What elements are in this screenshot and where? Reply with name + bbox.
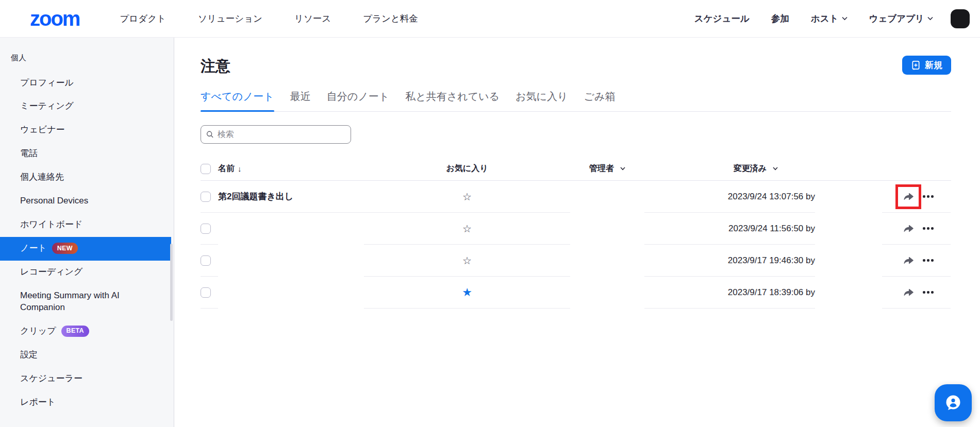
sidebar-item-label: 設定 (20, 350, 38, 360)
sidebar-scrollbar[interactable] (170, 244, 173, 321)
sidebar-item[interactable]: ウェビナー (0, 118, 171, 142)
new-note-button[interactable]: 新規 (902, 56, 951, 75)
sidebar-item-label: レポート (20, 397, 56, 407)
sidebar-item-label: スケジューラー (20, 373, 82, 383)
notes-tab[interactable]: 最近 (290, 90, 311, 111)
chevron-down-icon[interactable] (773, 167, 778, 170)
page-title: 注意 (201, 56, 951, 77)
more-options-button[interactable] (923, 291, 934, 294)
modified-timestamp: 2023/9/17 18:39:06 by (728, 287, 815, 298)
column-header-modified[interactable]: 変更済み (734, 163, 767, 174)
nav-menu-item[interactable]: プランと料金 (363, 12, 418, 25)
row-checkbox[interactable] (201, 287, 211, 298)
sidebar-item-badge: BETA (61, 326, 89, 337)
sidebar-items: プロフィール ミーティング ウェビナー 電話 個人連絡先 (0, 71, 174, 414)
column-header-name[interactable]: 名前 (218, 163, 235, 174)
contact-support-button[interactable] (935, 384, 972, 421)
sort-descending-icon[interactable]: ↓ (238, 164, 242, 173)
nav-action-label: スケジュール (694, 12, 750, 25)
nav-action-item[interactable]: スケジュール (694, 12, 750, 25)
row-checkbox[interactable] (201, 224, 211, 234)
sidebar-item[interactable]: ミーティング (0, 95, 171, 118)
table-body: 第2回議題書き出し ☆ ★ 2023/9/24 13:07:56 by (201, 181, 951, 309)
share-forward-icon (902, 191, 915, 203)
sidebar-item-label: 個人連絡先 (20, 172, 64, 182)
nav-actions: スケジュール 参加 ホスト ウェブアプリ (694, 12, 933, 25)
sidebar-item-label: Personal Devices (20, 196, 88, 206)
nav-action-label: 参加 (771, 12, 789, 25)
column-header-owner[interactable]: 管理者 (589, 163, 614, 174)
search-input[interactable] (218, 130, 345, 139)
table-header-row: 名前 ↓ お気に入り 管理者 変更済み (201, 157, 951, 181)
favorite-star-outline-icon[interactable]: ☆ (462, 224, 472, 234)
favorite-star-outline-icon[interactable]: ☆ (462, 255, 472, 266)
sidebar-item-label: ミーティング (20, 101, 74, 111)
new-note-icon (911, 60, 921, 70)
sidebar-item[interactable]: ノートNEW (0, 237, 171, 261)
table-row: ☆ ★ 2023/9/24 11:56:50 by (201, 213, 951, 245)
nav-menu-item[interactable]: プロダクト (120, 12, 166, 25)
sidebar-item[interactable]: ホワイトボード (0, 213, 171, 237)
top-navigation: zoom プロダクト ソリューション リソース プランと料金 スケジュール 参加… (0, 0, 980, 38)
sidebar-item-label: Meeting Summary with AI Companion (20, 291, 120, 312)
notes-tab[interactable]: すべてのノート (201, 90, 274, 111)
product-menu: プロダクト ソリューション リソース プランと料金 (120, 12, 418, 25)
sidebar-item[interactable]: Personal Devices (0, 190, 171, 213)
note-title[interactable]: 第2回議題書き出し (218, 191, 293, 202)
sidebar-item-label: 電話 (20, 148, 38, 158)
chevron-down-icon (927, 16, 933, 21)
favorite-star-outline-icon[interactable]: ☆ (462, 192, 472, 202)
sidebar-item[interactable]: スケジューラー (0, 367, 171, 390)
table-row: ☆ ★ 2023/9/17 19:46:30 by (201, 245, 951, 277)
sidebar-item[interactable]: クリップBETA (0, 319, 171, 343)
notes-tab[interactable]: 自分のノート (327, 90, 389, 111)
sidebar-item-label: クリップ (20, 326, 56, 336)
sidebar-item[interactable]: Meeting Summary with AI Companion (0, 284, 171, 319)
zoom-logo[interactable]: zoom (30, 8, 79, 29)
sidebar-item[interactable]: 個人連絡先 (0, 166, 171, 190)
favorite-star-filled-icon[interactable]: ★ (462, 287, 472, 298)
share-button[interactable] (902, 286, 915, 299)
nav-action-item[interactable]: ホスト (811, 12, 848, 25)
sidebar-item-badge: NEW (52, 243, 78, 254)
sidebar-section-label: 個人 (0, 53, 174, 63)
sidebar-item[interactable]: レコーディング (0, 261, 171, 284)
chevron-down-icon[interactable] (620, 167, 625, 170)
table-row: 第2回議題書き出し ☆ ★ 2023/9/24 13:07:56 by (201, 181, 951, 213)
row-checkbox[interactable] (201, 192, 211, 202)
user-avatar[interactable] (951, 9, 970, 28)
sidebar: 個人 プロフィール ミーティング ウェビナー 電話 (0, 38, 174, 427)
share-button[interactable] (902, 254, 915, 267)
sidebar-item[interactable]: 電話 (0, 142, 171, 166)
nav-menu-item[interactable]: リソース (294, 12, 331, 25)
nav-action-label: ホスト (811, 12, 839, 25)
share-forward-icon (902, 254, 915, 267)
table-row: ☆ ★ 2023/9/17 18:39:06 by (201, 277, 951, 309)
sidebar-item[interactable]: レポート (0, 390, 171, 414)
main-content: 注意 新規 すべてのノート 最近 自分のノート 私と共有されている お気に入り (174, 38, 980, 427)
sidebar-item[interactable]: 設定 (0, 343, 171, 367)
nav-action-item[interactable]: ウェブアプリ (869, 12, 933, 25)
more-options-button[interactable] (923, 259, 934, 262)
more-options-button[interactable] (923, 195, 934, 198)
support-chat-person-icon (943, 392, 964, 413)
notes-tab[interactable]: ごみ箱 (584, 90, 615, 111)
sidebar-item-label: ホワイトボード (20, 219, 82, 229)
nav-action-item[interactable]: 参加 (771, 12, 789, 25)
column-header-favorite[interactable]: お気に入り (446, 163, 488, 174)
nav-action-label: ウェブアプリ (869, 12, 924, 25)
more-options-button[interactable] (923, 227, 934, 230)
notes-tab[interactable]: 私と共有されている (405, 90, 500, 111)
modified-timestamp: 2023/9/24 11:56:50 by (728, 224, 815, 234)
row-checkbox[interactable] (201, 255, 211, 266)
select-all-checkbox[interactable] (201, 164, 211, 174)
share-button[interactable] (902, 222, 915, 235)
search-icon (206, 130, 214, 139)
sidebar-item-label: レコーディング (20, 267, 82, 277)
chevron-down-icon (842, 16, 848, 21)
nav-menu-item[interactable]: ソリューション (198, 12, 262, 25)
share-button[interactable] (902, 190, 915, 203)
notes-tab[interactable]: お気に入り (516, 90, 568, 111)
share-forward-icon (902, 286, 915, 299)
sidebar-item[interactable]: プロフィール (0, 71, 171, 95)
